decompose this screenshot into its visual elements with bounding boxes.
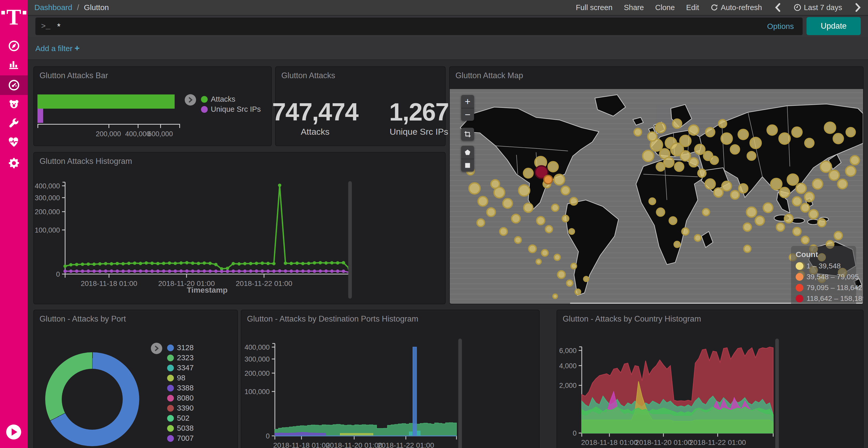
map-dot[interactable] bbox=[476, 218, 485, 227]
legend-scrollbar[interactable] bbox=[775, 339, 779, 448]
sidebar-item-discover[interactable] bbox=[0, 36, 28, 56]
search-input[interactable]: >_ * Options bbox=[35, 18, 803, 35]
time-picker-button[interactable]: Last 7 days bbox=[794, 3, 842, 12]
map-dot[interactable] bbox=[557, 270, 566, 279]
map-dot[interactable] bbox=[767, 125, 778, 136]
zoom-out-button[interactable]: − bbox=[461, 108, 474, 121]
map-dot[interactable] bbox=[801, 236, 810, 244]
auto-refresh-button[interactable]: Auto-refresh bbox=[710, 3, 762, 12]
map-dot[interactable] bbox=[721, 181, 732, 192]
map-dot[interactable] bbox=[718, 119, 727, 128]
map-dot[interactable] bbox=[583, 276, 589, 282]
tmobile-logo[interactable]: T bbox=[0, 7, 28, 33]
full-screen-button[interactable]: Full screen bbox=[576, 3, 613, 12]
sidebar-item-visualize[interactable] bbox=[0, 55, 28, 74]
map-dot[interactable] bbox=[568, 228, 575, 235]
map-dot[interactable] bbox=[754, 215, 765, 226]
map-dot[interactable] bbox=[545, 225, 553, 233]
legend-item[interactable]: 3390 bbox=[167, 404, 194, 412]
legend-scrollbar[interactable] bbox=[348, 181, 352, 299]
map-dot[interactable] bbox=[633, 128, 642, 137]
map-dot[interactable] bbox=[792, 196, 802, 206]
time-back-button[interactable] bbox=[773, 2, 782, 13]
legend-scrollbar[interactable] bbox=[458, 339, 462, 448]
map-dot[interactable] bbox=[792, 227, 802, 236]
sidebar-item-management[interactable] bbox=[0, 153, 28, 173]
map-dot[interactable] bbox=[553, 174, 565, 185]
legend-item[interactable]: Unique Src IPs bbox=[201, 106, 261, 113]
legend-toggle-button[interactable] bbox=[185, 94, 196, 106]
map-dot[interactable] bbox=[705, 178, 716, 190]
sidebar-item-monitoring[interactable] bbox=[0, 132, 28, 152]
legend-item[interactable]: 5038 bbox=[167, 424, 194, 432]
legend-toggle-button[interactable] bbox=[151, 343, 162, 354]
map-dot[interactable] bbox=[804, 138, 814, 148]
legend-item[interactable]: 8080 bbox=[167, 394, 194, 402]
draw-polygon-button[interactable] bbox=[461, 146, 474, 159]
legend-item[interactable]: 3347 bbox=[167, 364, 194, 372]
map-dot[interactable] bbox=[511, 214, 521, 223]
map-dot[interactable] bbox=[648, 198, 656, 205]
map-dot[interactable] bbox=[776, 222, 785, 232]
map-dot[interactable] bbox=[518, 184, 530, 197]
map-dot[interactable] bbox=[669, 216, 677, 225]
legend-item[interactable]: 98 bbox=[167, 374, 194, 382]
map-dot[interactable] bbox=[720, 132, 733, 145]
fit-bounds-icon-button[interactable] bbox=[461, 128, 474, 141]
world-map[interactable]: + − Count 1 – 39,54839,548 – 79,09579,09… bbox=[450, 89, 863, 304]
map-dot[interactable] bbox=[702, 208, 710, 216]
map-dot[interactable] bbox=[688, 157, 699, 168]
map-dot[interactable] bbox=[499, 227, 508, 236]
add-filter-link[interactable]: Add a filter+ bbox=[35, 43, 80, 53]
map-dot[interactable] bbox=[812, 178, 823, 190]
map-dot[interactable] bbox=[743, 245, 751, 253]
legend-item[interactable]: 3388 bbox=[167, 384, 194, 392]
map-dot[interactable] bbox=[779, 187, 790, 198]
map-dot[interactable] bbox=[738, 129, 749, 140]
map-dot[interactable] bbox=[747, 151, 756, 161]
map-dot[interactable] bbox=[477, 196, 488, 207]
map-dot[interactable] bbox=[656, 207, 665, 217]
map-dot[interactable] bbox=[791, 127, 803, 138]
options-link[interactable]: Options bbox=[767, 22, 794, 31]
sidebar-item-dashboard[interactable] bbox=[0, 75, 28, 95]
map-dot[interactable] bbox=[528, 244, 537, 253]
map-dot[interactable] bbox=[562, 215, 569, 222]
map-dot[interactable] bbox=[833, 133, 844, 144]
draw-rectangle-button[interactable] bbox=[461, 159, 474, 172]
map-dot[interactable] bbox=[523, 203, 533, 213]
map-dot[interactable] bbox=[804, 192, 815, 202]
map-dot[interactable] bbox=[561, 185, 570, 195]
legend-item[interactable]: 2323 bbox=[167, 354, 194, 361]
map-dot[interactable] bbox=[655, 122, 666, 133]
map-dot[interactable] bbox=[705, 127, 715, 137]
map-dot[interactable] bbox=[800, 203, 810, 213]
map-dot[interactable] bbox=[829, 170, 840, 181]
map-dot[interactable] bbox=[688, 125, 699, 136]
time-forward-button[interactable] bbox=[854, 2, 862, 13]
map-dot[interactable] bbox=[575, 288, 581, 295]
map-dot[interactable] bbox=[554, 254, 561, 261]
map-dot[interactable] bbox=[824, 122, 836, 134]
map-dot[interactable] bbox=[535, 259, 542, 265]
breadcrumb-dashboard-link[interactable]: Dashboard bbox=[34, 3, 72, 12]
map-dot[interactable] bbox=[834, 231, 843, 240]
map-dot[interactable] bbox=[548, 161, 559, 172]
map-dot[interactable] bbox=[694, 234, 702, 242]
map-dot[interactable] bbox=[674, 241, 681, 248]
sidebar-item-honeypot[interactable] bbox=[0, 94, 28, 114]
legend-item[interactable]: 3128 bbox=[167, 344, 194, 351]
map-dot[interactable] bbox=[697, 169, 707, 178]
map-dot[interactable] bbox=[642, 150, 654, 162]
map-dot[interactable] bbox=[543, 175, 553, 184]
map-dot[interactable] bbox=[796, 183, 807, 194]
legend-item[interactable]: 7007 bbox=[167, 435, 194, 442]
map-dot[interactable] bbox=[738, 183, 748, 194]
map-dot[interactable] bbox=[647, 131, 657, 142]
map-dot[interactable] bbox=[674, 162, 684, 172]
map-dot[interactable] bbox=[763, 202, 773, 213]
map-dot[interactable] bbox=[468, 182, 481, 195]
map-dot[interactable] bbox=[514, 236, 522, 244]
map-dot[interactable] bbox=[541, 249, 549, 257]
map-dot[interactable] bbox=[850, 155, 860, 165]
